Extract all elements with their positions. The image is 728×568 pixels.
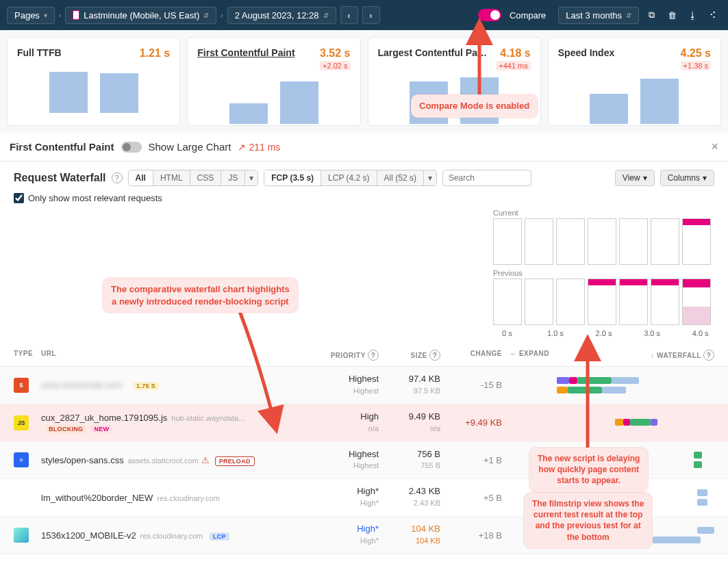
pages-dropdown[interactable]: Pages ▾ — [7, 7, 55, 24]
filter-phase-more[interactable]: ▾ — [424, 170, 436, 185]
checkbox-label: Only show most relevant requests — [28, 193, 162, 203]
col-size[interactable]: SIZE ? — [379, 350, 440, 361]
priority-prev: n/a — [368, 424, 379, 433]
prev-button[interactable]: ‹ — [340, 6, 358, 24]
priority-value: Highest — [349, 374, 379, 384]
range-dropdown[interactable]: Last 3 months ⇵ — [558, 7, 639, 24]
tick: 1.0 s — [542, 329, 570, 337]
compare-toggle[interactable] — [478, 9, 501, 21]
card-speed-index[interactable]: Speed Index 4.25 s +1.38 s — [548, 37, 721, 126]
share-icon[interactable]: ⠪ — [705, 7, 721, 23]
large-chart-toggle[interactable] — [121, 142, 142, 153]
thumb[interactable] — [682, 218, 711, 265]
checkbox-input[interactable] — [14, 193, 24, 203]
date-dropdown[interactable]: 2 August 2023, 12:28 ⇵ — [227, 7, 336, 24]
compare-label: Compare — [510, 10, 546, 21]
card-full-ttfb[interactable]: Full TTFB 1.21 s — [7, 37, 180, 126]
thumb[interactable] — [556, 279, 585, 325]
thumb[interactable] — [588, 218, 616, 265]
filter-more[interactable]: ▾ — [245, 170, 258, 185]
view-dropdown[interactable]: View ▾ — [615, 170, 655, 186]
time-axis: 0 s 1.0 s 2.0 s 3.0 s 4.0 s — [493, 329, 714, 337]
thumb[interactable] — [525, 218, 553, 265]
thumb[interactable] — [493, 218, 522, 265]
columns-dropdown[interactable]: Columns ▾ — [660, 170, 714, 186]
card-delta: +2.02 s — [320, 61, 350, 70]
priority-value: High — [360, 411, 379, 422]
trash-icon[interactable]: 🗑 — [664, 7, 680, 23]
change-value: +1 B — [440, 455, 502, 465]
next-button[interactable]: › — [362, 6, 380, 24]
help-icon[interactable]: ? — [703, 350, 714, 361]
size-value: 756 B — [417, 449, 440, 459]
card-delta: +1.38 s — [681, 61, 711, 70]
filter-css[interactable]: CSS — [190, 170, 222, 185]
thumb[interactable] — [651, 218, 679, 265]
card-delta: +441 ms — [496, 61, 531, 70]
table-row[interactable]: JS cux_2827_uk_home.1791095.jshub-static… — [0, 404, 728, 442]
filter-lcp[interactable]: LCP (4.2 s) — [321, 170, 377, 185]
url-text: cux_2827_uk_home.1791095.js — [41, 413, 167, 423]
only-relevant-checkbox[interactable]: Only show most relevant requests — [14, 193, 714, 203]
thumb[interactable] — [619, 218, 648, 265]
bar — [280, 81, 318, 124]
thumb[interactable] — [682, 279, 711, 325]
external-link-icon[interactable]: ⧉ — [643, 7, 660, 23]
table-row[interactable]: 5 www.lastminute.com 1.75 S HighestHighe… — [0, 367, 728, 404]
large-chart-label[interactable]: Show Large Chart — [149, 141, 231, 153]
thumb[interactable] — [651, 279, 679, 325]
priority-prev: High* — [360, 499, 379, 507]
tick: 3.0 s — [638, 329, 666, 337]
callout-waterfall: The comparative waterfall chart highligh… — [103, 278, 298, 313]
pages-label: Pages — [14, 10, 40, 21]
help-icon[interactable]: ? — [429, 350, 440, 361]
col-change[interactable]: CHANGE — [440, 350, 502, 361]
url-domain: assets.staticroot.com — [128, 456, 199, 465]
card-value: 4.25 s — [681, 47, 711, 59]
close-icon[interactable]: × — [711, 140, 718, 154]
url-domain: res.cloudinary.com — [140, 532, 203, 540]
callout-delay: The new script is delaying how quickly p… — [529, 448, 648, 492]
card-bars — [197, 76, 350, 124]
priority-value: High* — [357, 486, 379, 496]
col-expand[interactable]: ← EXPAND — [502, 350, 557, 361]
col-type[interactable]: TYPE — [14, 350, 41, 361]
html-icon: 5 — [14, 378, 29, 393]
priority-value: Highest — [349, 449, 379, 459]
filter-js[interactable]: JS — [221, 170, 245, 185]
thumb[interactable] — [525, 279, 553, 325]
url-domain: res.cloudinary.com — [157, 494, 220, 502]
search-input[interactable] — [442, 170, 531, 186]
thumb[interactable] — [588, 279, 616, 325]
breadcrumb-chevron: › — [221, 12, 223, 19]
metric-cards: Full TTFB 1.21 s First Contentful Paint … — [0, 30, 728, 133]
js-icon: JS — [14, 415, 29, 430]
filter-fcp[interactable]: FCP (3.5 s) — [264, 170, 321, 185]
thumb[interactable] — [619, 279, 648, 325]
card-fcp[interactable]: First Contentful Paint 3.52 s +2.02 s — [187, 37, 360, 126]
col-priority[interactable]: PRIORITY ? — [317, 350, 379, 361]
card-bars — [17, 65, 170, 113]
priority-prev: High* — [360, 537, 379, 545]
thumb[interactable] — [556, 218, 585, 265]
callout-filmstrip: The filmstrip view shows the current tes… — [524, 493, 652, 548]
help-icon[interactable]: ? — [368, 350, 379, 361]
bar — [229, 103, 268, 124]
tick: 4.0 s — [686, 329, 714, 337]
section-header: First Contentful Paint Show Large Chart … — [0, 133, 728, 162]
filter-html[interactable]: HTML — [153, 170, 190, 185]
badge-time: 1.75 S — [133, 382, 159, 390]
download-icon[interactable]: ⭳ — [684, 7, 701, 23]
filter-all[interactable]: All — [129, 170, 153, 185]
site-dropdown[interactable]: Lastminute (Mobile, US East) ⇵ — [65, 7, 216, 24]
tick: 0 s — [493, 329, 521, 337]
bar — [640, 79, 679, 124]
help-icon[interactable]: ? — [112, 172, 123, 183]
size-value: 104 KB — [411, 524, 440, 534]
filter-all-time[interactable]: All (52 s) — [377, 170, 424, 185]
card-bars — [558, 76, 711, 124]
chevron-updown-icon: ⇵ — [626, 12, 631, 19]
thumb[interactable] — [493, 279, 522, 325]
url-text: www.lastminute.com — [41, 380, 122, 390]
chevron-updown-icon: ⇵ — [203, 12, 209, 19]
